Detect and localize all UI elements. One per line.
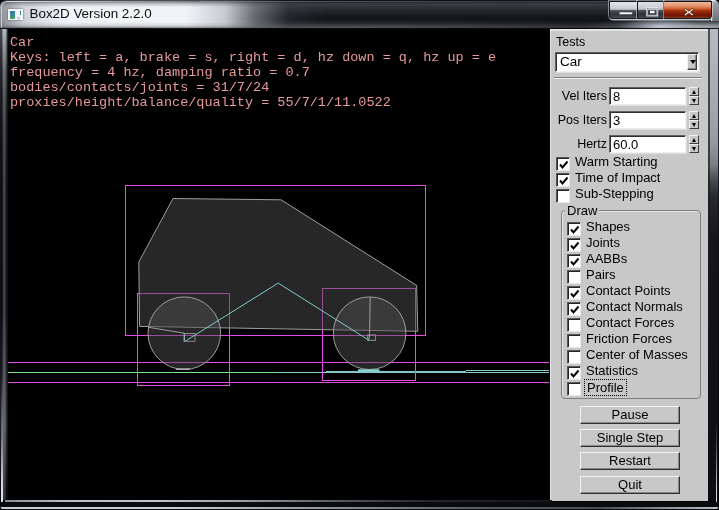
svg-text:frequency = 4 hz, damping rati: frequency = 4 hz, damping ratio = 0.7 (10, 65, 310, 80)
svg-text:Keys: left = a, brake = s, rig: Keys: left = a, brake = s, right = d, hz… (10, 50, 496, 65)
svg-text:bodies/contacts/joints = 31/7/: bodies/contacts/joints = 31/7/24 (10, 80, 269, 95)
svg-text:Car: Car (10, 35, 34, 50)
svg-text:proxies/height/balance/quality: proxies/height/balance/quality = 55/7/1/… (10, 95, 391, 110)
